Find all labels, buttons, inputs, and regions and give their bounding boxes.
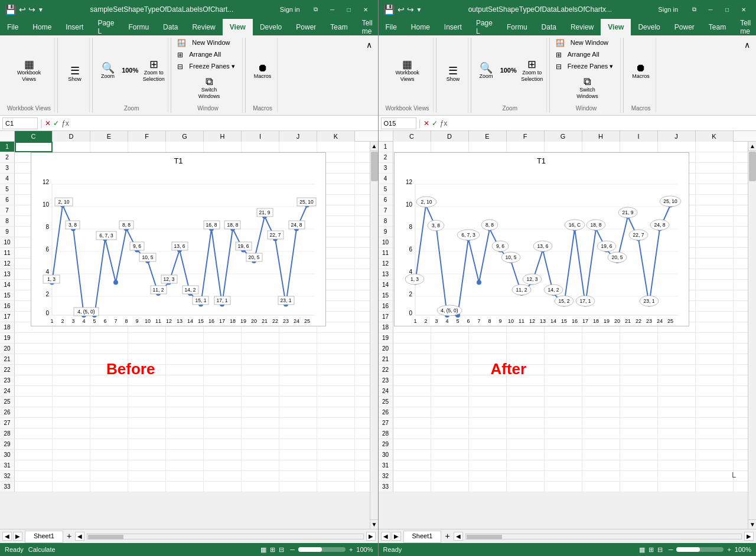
left-cell-21-7[interactable] <box>279 354 317 365</box>
left-cell-32-7[interactable] <box>279 471 317 482</box>
right-cell-24-0[interactable] <box>393 386 431 397</box>
right-cell-32-7[interactable] <box>658 471 696 482</box>
tab-team-right[interactable]: Team <box>702 19 733 35</box>
left-col-H[interactable]: H <box>204 131 242 142</box>
right-cell-20-2[interactable] <box>469 344 507 354</box>
right-cell-33-0[interactable] <box>393 482 431 492</box>
customize-icon[interactable]: ▼ <box>38 6 44 13</box>
tab-view-left[interactable]: View <box>223 19 253 35</box>
right-cell-27-4[interactable] <box>545 418 582 429</box>
zoom-to-selection-btn-left[interactable]: ⊞ Zoom toSelection <box>143 55 164 87</box>
left-cell-19-7[interactable] <box>279 333 317 344</box>
left-cell-21-0[interactable] <box>15 354 53 365</box>
zoom-100-btn-right[interactable]: 100% <box>498 55 519 87</box>
right-col-H[interactable]: H <box>582 131 620 142</box>
right-cell-1-2[interactable] <box>469 142 507 152</box>
left-cell-25-3[interactable] <box>128 397 166 407</box>
left-cell-28-2[interactable] <box>90 429 128 439</box>
right-cell-27-5[interactable] <box>582 418 620 429</box>
right-cell-21-7[interactable] <box>658 354 696 365</box>
right-cell-25-5[interactable] <box>582 397 620 407</box>
right-cell-20-4[interactable] <box>545 344 582 354</box>
left-cell-30-0[interactable] <box>15 450 53 460</box>
right-cell-23-6[interactable] <box>620 375 658 386</box>
right-cell-24-3[interactable] <box>507 386 545 397</box>
right-cell-33-2[interactable] <box>469 482 507 492</box>
right-cell-26-5[interactable] <box>582 407 620 418</box>
tab-tellme-left[interactable]: Tell me <box>355 19 379 35</box>
left-next-sheet[interactable]: ▶ <box>13 532 22 541</box>
left-cell-1-6[interactable] <box>242 142 279 152</box>
left-cell-26-4[interactable] <box>166 407 204 418</box>
left-cell-32-3[interactable] <box>128 471 166 482</box>
left-cell-33-0[interactable] <box>15 482 53 492</box>
right-cell-5-8[interactable] <box>696 184 734 195</box>
left-cell-32-1[interactable] <box>53 471 90 482</box>
left-cell-30-4[interactable] <box>166 450 204 460</box>
right-cell-24-5[interactable] <box>582 386 620 397</box>
left-cell-32-4[interactable] <box>166 471 204 482</box>
right-hscroll-track[interactable] <box>465 534 742 539</box>
left-cell-23-0[interactable] <box>15 375 53 386</box>
tab-team-left[interactable]: Team <box>323 19 354 35</box>
tab-pagelayout-left[interactable]: Page L <box>90 19 121 35</box>
tab-home-right[interactable]: Home <box>404 19 437 35</box>
left-cell-31-7[interactable] <box>279 460 317 471</box>
redo-icon[interactable]: ↪ <box>28 5 35 14</box>
left-cell-24-2[interactable] <box>90 386 128 397</box>
right-cell-33-5[interactable] <box>582 482 620 492</box>
right-cell-8-8[interactable] <box>696 216 734 227</box>
right-arrange-all-btn[interactable]: Arrange All <box>564 50 603 60</box>
left-cell-1-3[interactable] <box>128 142 166 152</box>
right-freeze-panes-btn[interactable]: Freeze Panes ▾ <box>564 61 617 72</box>
right-cell-33-8[interactable] <box>696 482 734 492</box>
right-cell-19-4[interactable] <box>545 333 582 344</box>
right-new-window-btn[interactable]: New Window <box>567 38 612 48</box>
right-hscroll-left[interactable]: ◀ <box>454 532 463 541</box>
right-cell-24-7[interactable] <box>658 386 696 397</box>
left-cell-19-1[interactable] <box>53 333 90 344</box>
right-cell-31-4[interactable] <box>545 460 582 471</box>
left-cell-20-6[interactable] <box>242 344 279 354</box>
zoom-to-selection-btn-right[interactable]: ⊞ Zoom toSelection <box>522 55 543 87</box>
close-btn[interactable]: ✕ <box>358 4 373 15</box>
left-cell-33-3[interactable] <box>128 482 166 492</box>
right-cell-32-2[interactable] <box>469 471 507 482</box>
tab-file-right[interactable]: File <box>379 19 404 35</box>
right-cell-1-0[interactable] <box>393 142 431 152</box>
left-scroll-up[interactable]: ▲ <box>370 142 378 151</box>
left-cell-25-5[interactable] <box>204 397 242 407</box>
right-cell-25-3[interactable] <box>507 397 545 407</box>
right-cell-31-2[interactable] <box>469 460 507 471</box>
macros-btn-left[interactable]: ⏺ Macros <box>252 55 274 87</box>
left-cell-27-6[interactable] <box>242 418 279 429</box>
right-cell-22-1[interactable] <box>431 365 469 375</box>
right-cell-1-8[interactable] <box>696 142 734 152</box>
left-cell-31-2[interactable] <box>90 460 128 471</box>
right-cell-14-8[interactable] <box>696 280 734 290</box>
right-redo-icon[interactable]: ↪ <box>407 5 414 14</box>
ribbon-collapse-left[interactable]: ∧ <box>364 38 374 52</box>
tab-insert-right[interactable]: Insert <box>437 19 469 35</box>
tab-formulas-left[interactable]: Formu <box>121 19 156 35</box>
right-cell-20-5[interactable] <box>582 344 620 354</box>
right-cell-32-3[interactable] <box>507 471 545 482</box>
right-cell-32-6[interactable] <box>620 471 658 482</box>
tab-review-right[interactable]: Review <box>563 19 601 35</box>
left-cell-25-0[interactable] <box>15 397 53 407</box>
left-cell-19-6[interactable] <box>242 333 279 344</box>
right-cell-33-6[interactable] <box>620 482 658 492</box>
right-page-break-icon[interactable]: ⊟ <box>657 546 663 554</box>
right-cell-22-8[interactable] <box>696 365 734 375</box>
right-cell-26-6[interactable] <box>620 407 658 418</box>
left-cell-23-6[interactable] <box>242 375 279 386</box>
right-sheet-tab[interactable]: Sheet1 <box>403 531 442 543</box>
left-cell-33-2[interactable] <box>90 482 128 492</box>
left-cell-25-1[interactable] <box>53 397 90 407</box>
left-cell-26-1[interactable] <box>53 407 90 418</box>
right-cell-22-6[interactable] <box>620 365 658 375</box>
right-cell-29-0[interactable] <box>393 439 431 450</box>
left-cell-27-7[interactable] <box>279 418 317 429</box>
right-undo-icon[interactable]: ↩ <box>397 5 405 14</box>
right-cell-21-1[interactable] <box>431 354 469 365</box>
